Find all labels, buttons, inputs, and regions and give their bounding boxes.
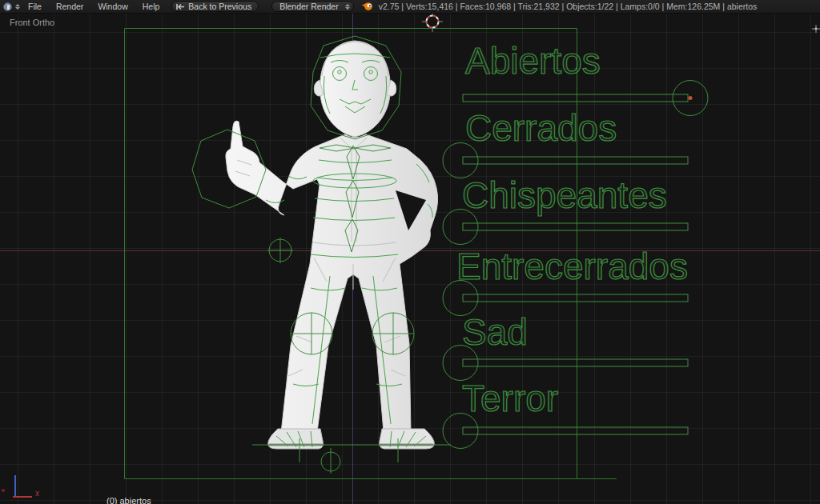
back-to-previous-button[interactable]: Back to Previous <box>171 1 259 12</box>
shapekey-text-chispeantes[interactable]: Chispeantes <box>462 177 667 214</box>
scene-statistics: v2.75 | Verts:15,416 | Faces:10,968 | Tr… <box>379 2 758 11</box>
menu-help[interactable]: Help <box>135 2 167 11</box>
menu-file[interactable]: File <box>21 2 49 11</box>
slider-track-sad[interactable] <box>463 359 688 366</box>
body <box>226 121 438 432</box>
back-to-previous-label: Back to Previous <box>188 2 251 11</box>
shapekey-text-sad[interactable]: Sad <box>462 314 528 350</box>
shapekey-text-entrecerrados[interactable]: Entrecerrados <box>456 248 688 285</box>
back-arrow-icon <box>176 3 185 10</box>
knee-control-right[interactable] <box>372 313 414 354</box>
chevron-up-down-icon <box>345 4 350 10</box>
character-mesh[interactable] <box>192 36 451 474</box>
editor-type-selector[interactable] <box>3 2 21 12</box>
render-engine-value: Blender Render <box>279 2 339 11</box>
render-engine-select[interactable]: Blender Render <box>271 1 354 12</box>
lamp-dot <box>2 489 5 492</box>
shapekey-text-terror[interactable]: Terror <box>462 380 558 417</box>
hip-control-circle[interactable] <box>267 238 293 263</box>
empty-object-marker[interactable] <box>812 25 820 33</box>
menu-render[interactable]: Render <box>49 2 90 11</box>
slider-track-cerrados[interactable] <box>463 157 688 164</box>
blender-logo-icon <box>361 2 373 11</box>
shapekey-text-abiertos[interactable]: Abiertos <box>465 42 601 79</box>
knee-control-left[interactable] <box>291 313 332 354</box>
slider-track-terror[interactable] <box>463 427 688 434</box>
chevron-up-down-icon <box>15 4 20 10</box>
slider-track-chispeantes[interactable] <box>463 223 688 230</box>
root-control-circle[interactable] <box>321 448 340 474</box>
info-editor-icon <box>3 2 12 11</box>
slider-track-abiertos[interactable] <box>463 94 688 102</box>
axis-gizmo-x-label: x <box>35 489 39 498</box>
3d-cursor <box>422 11 443 32</box>
slider-track-entrecerrados[interactable] <box>463 294 688 302</box>
menu-window[interactable]: Window <box>90 2 135 11</box>
info-header-bar: File Render Window Help Back to Previous… <box>0 0 820 14</box>
shapekey-text-cerrados[interactable]: Cerrados <box>465 110 617 146</box>
object-origin-dot <box>689 96 693 100</box>
axis-gizmo: x <box>2 475 39 498</box>
viewport-overlay: x <box>0 0 820 504</box>
